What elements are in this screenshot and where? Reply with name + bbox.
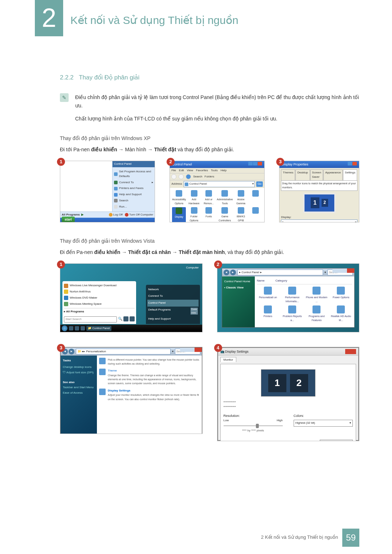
monitor-1[interactable]: 1 (268, 374, 286, 392)
control-panel-icon[interactable]: Programs and Features (306, 305, 328, 322)
monitor-1[interactable]: 1 (311, 197, 319, 208)
start-menu-item[interactable]: Windows Meeting Space (64, 301, 135, 307)
control-panel-icon[interactable]: Phone and Modem ... (306, 287, 328, 303)
advanced-button[interactable]: Advanced Settings... (320, 440, 353, 441)
control-panel-icon[interactable]: Problem Reports a... (281, 305, 303, 322)
forward-button[interactable]: ► (69, 349, 74, 354)
address-bar[interactable]: Control Panel▾ (184, 181, 255, 187)
back-button[interactable] (171, 174, 176, 179)
control-panel-icon[interactable] (249, 190, 262, 205)
resolution-slider[interactable] (224, 425, 283, 426)
sidebar-link[interactable]: Taskbar and Start Menu (63, 385, 95, 390)
control-panel-item[interactable]: Control Panel (147, 300, 198, 307)
control-panel-icon[interactable]: Folder Options (187, 207, 201, 223)
applet-icon (337, 287, 345, 295)
start-menu-item[interactable]: Printers and Faxes (114, 185, 153, 192)
sort-name[interactable]: Name (257, 279, 265, 283)
breadcrumb[interactable]: 📁 ▸▸ Personalization (76, 349, 171, 355)
control-panel-icon[interactable]: Printers (257, 305, 279, 322)
sidebar-link[interactable]: Ease of Access (63, 390, 95, 396)
monitor-2[interactable]: 2 (290, 374, 308, 392)
sidebar-item-classic[interactable]: • Classic View (224, 285, 253, 291)
start-search-input[interactable]: Start Search (64, 316, 117, 323)
close-button[interactable] (345, 349, 356, 354)
control-panel-icon[interactable]: Adobe Gamma (234, 190, 248, 205)
power-icon[interactable] (123, 316, 128, 321)
folders-button[interactable]: Folders (205, 175, 215, 179)
tab[interactable]: Themes (281, 169, 295, 181)
tab[interactable]: Appearance (323, 169, 343, 181)
start-button[interactable]: start (62, 217, 75, 222)
control-panel-icon[interactable]: Realtek HD Audio M... (330, 305, 352, 322)
forward-button[interactable] (179, 174, 184, 179)
personalization-item[interactable]: Display SettingsAdjust your monitor reso… (99, 389, 200, 401)
start-orb[interactable] (62, 325, 68, 331)
sidebar-link[interactable]: Change desktop icons (63, 365, 95, 370)
forward-button[interactable]: ► (230, 270, 236, 275)
start-menu-item[interactable]: Set Program Access and Defaults (114, 169, 153, 180)
control-panel-icon[interactable]: Fonts (202, 207, 216, 223)
footer-text: 2 Kết nối và Sử dụng Thiết bị nguồn (261, 534, 338, 541)
menu-item[interactable]: Connect To (147, 293, 198, 300)
menubar[interactable]: File Edit View Favorites Tools Help (170, 168, 264, 173)
tab-monitor[interactable]: Monitor (220, 357, 237, 362)
start-menu-item[interactable]: Windows DVD Maker (64, 295, 135, 301)
control-panel-icon[interactable] (249, 207, 262, 223)
personalization-item[interactable]: Pick a different mouse pointer. You can … (99, 358, 200, 366)
start-menu-item[interactable]: Connect To▸ (114, 180, 153, 186)
quick-launch-icon[interactable] (75, 326, 79, 331)
quick-launch-icon[interactable] (69, 326, 73, 331)
turn-off-button[interactable]: Turn Off Computer (125, 213, 153, 217)
personalization-item[interactable]: ThemeChange the theme. Themes can change… (99, 369, 200, 385)
all-programs-button[interactable]: ▸ All Programs (64, 308, 135, 314)
lock-icon[interactable] (130, 316, 135, 321)
tab[interactable]: Desktop (295, 169, 310, 181)
control-panel-icon[interactable]: Power Options (330, 287, 352, 303)
search-button[interactable]: Search (193, 175, 202, 179)
start-menu-item[interactable]: Search (114, 198, 153, 204)
up-button[interactable] (186, 174, 191, 179)
control-panel-icon[interactable]: IBM/K3 GPIB Driver for... (234, 207, 248, 223)
menu-item[interactable]: Default ProgramsCusto mize (147, 307, 198, 316)
tab[interactable]: Screen Saver (310, 169, 323, 181)
taskbar-button[interactable]: 📁 Control Panel (86, 326, 111, 331)
start-menu-item[interactable]: Run... (114, 204, 153, 210)
control-panel-icon[interactable]: Add Hardware (187, 190, 201, 205)
control-panel-icon[interactable]: Display (172, 207, 186, 223)
display-dropdown[interactable]: 1. ••••••••••▾ (281, 219, 358, 222)
control-panel-icon[interactable]: Personalizati on (257, 287, 279, 303)
breadcrumb[interactable]: ▸ Control Panel ▸ (237, 270, 323, 276)
monitor-preview[interactable]: 1 2 (261, 369, 315, 397)
window-controls[interactable] (248, 162, 262, 167)
computer-label[interactable]: Computer (185, 265, 200, 271)
sidebar-link[interactable]: 🛡 Adjust font size (DPI) (63, 370, 95, 376)
go-button[interactable]: Go (256, 181, 263, 187)
control-panel-icon[interactable]: Administrative Tools (217, 190, 233, 205)
menu-item[interactable]: Network (147, 286, 198, 293)
back-button[interactable]: ◄ (224, 270, 229, 275)
colors-dropdown[interactable]: Highest (32 bit)▾ (294, 420, 353, 427)
tab-settings[interactable]: Settings (343, 169, 357, 181)
window-controls[interactable] (332, 268, 354, 273)
vista-instruction: Đi đến Pa-nen điều khiển → Thiết đặt cá … (60, 248, 359, 256)
log-off-button[interactable]: Log Off (109, 213, 123, 217)
control-panel-icon[interactable]: Accessibility Options (172, 190, 186, 205)
start-menu-item[interactable]: Windows Live Messenger Download (64, 283, 135, 289)
section-title: Thay đổi Độ phân giải (79, 74, 139, 81)
info-icon: ✎ (60, 93, 69, 102)
menu-item[interactable]: Help and Support (147, 316, 198, 323)
window-controls[interactable] (180, 348, 202, 352)
control-panel-icon[interactable]: Add or Remov... (202, 190, 216, 205)
quick-launch-icon[interactable] (81, 326, 85, 331)
applet-icon (252, 207, 259, 214)
monitor-preview[interactable]: 1 2 (303, 193, 336, 213)
control-panel-highlight[interactable]: Control Panel (113, 161, 155, 167)
monitor-2[interactable]: 2 (322, 199, 328, 207)
start-menu-item[interactable]: Help and Support (114, 192, 153, 198)
sidebar-item-home[interactable]: Control Panel Home (224, 279, 253, 285)
control-panel-icon[interactable]: Game Controllers (217, 207, 233, 223)
folder-icon (185, 182, 188, 186)
sort-category[interactable]: Category (275, 279, 287, 283)
start-menu-item[interactable]: Norton AntiVirus (64, 289, 135, 295)
control-panel-icon[interactable]: Performance Informatio... (281, 287, 303, 303)
